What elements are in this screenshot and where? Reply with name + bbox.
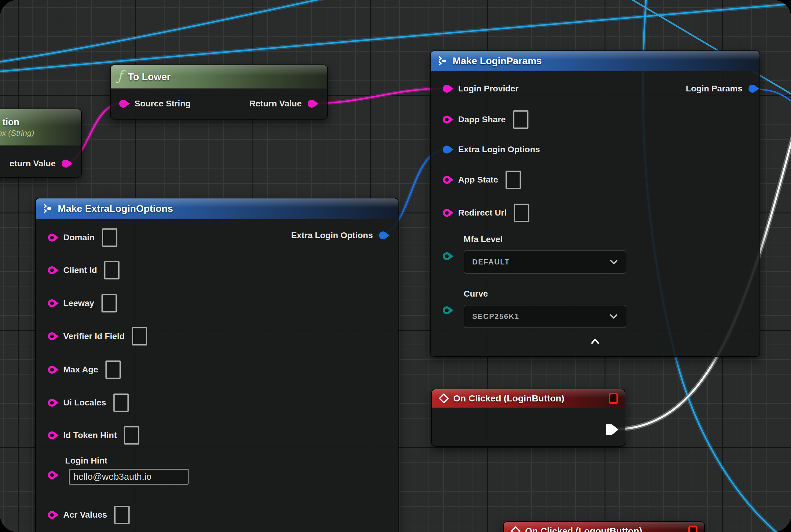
node-on-clicked-logout-button[interactable]: On Clicked (LogoutButton) — [503, 521, 705, 532]
dapp-share-label: Dapp Share — [458, 115, 506, 125]
acr-values-label: Acr Values — [63, 510, 107, 520]
return-value-label: Return Value — [249, 99, 302, 109]
extra-login-options-out-pin[interactable] — [379, 231, 387, 240]
ui-locales-value-box[interactable] — [113, 394, 129, 412]
app-state-label: App State — [458, 175, 498, 185]
dapp-share-pin[interactable] — [443, 116, 451, 124]
mfa-level-value: DEFAULT — [472, 258, 510, 266]
node-to-lower-header[interactable]: ƒ To Lower — [111, 65, 327, 89]
redirect-url-value-box[interactable] — [514, 204, 529, 222]
event-diamond-icon — [510, 526, 521, 532]
fragment-return-value-label: eturn Value — [9, 159, 56, 169]
redirect-url-label: Redirect Url — [458, 208, 507, 218]
node-on-clicked-logout-title: On Clicked (LogoutButton) — [525, 526, 642, 532]
id-token-hint-value-box[interactable] — [124, 426, 139, 444]
node-make-extra-title: Make ExtraLoginOptions — [58, 203, 173, 214]
curve-value: SECP256K1 — [472, 312, 519, 321]
node-fragment-subtitle: ox (String) — [0, 128, 34, 138]
node-make-login-params[interactable]: Make LoginParams Login Provider Dapp Sha… — [430, 51, 760, 357]
source-string-pin[interactable] — [119, 100, 127, 108]
acr-values-value-box[interactable] — [114, 506, 130, 524]
node-fragment-getter[interactable]: tion ox (String) eturn Value — [0, 109, 82, 178]
client-id-value-box[interactable] — [104, 261, 119, 280]
verifier-id-field-value-box[interactable] — [132, 327, 147, 345]
max-age-pin[interactable] — [48, 366, 56, 374]
delegate-square-icon[interactable] — [688, 526, 697, 532]
chevron-down-icon — [610, 314, 618, 319]
node-on-clicked-logout-header[interactable]: On Clicked (LogoutButton) — [504, 522, 704, 532]
exec-output-pin[interactable] — [605, 423, 619, 436]
source-string-label: Source String — [134, 99, 191, 109]
make-struct-icon — [42, 203, 52, 214]
node-make-login-params-title: Make LoginParams — [453, 55, 542, 66]
blueprint-graph-canvas[interactable]: tion ox (String) eturn Value ƒ To Lower … — [0, 0, 791, 532]
id-token-hint-pin[interactable] — [48, 432, 56, 439]
dapp-share-value-box[interactable] — [513, 110, 528, 129]
mfa-level-dropdown[interactable]: DEFAULT — [464, 250, 626, 274]
app-state-pin[interactable] — [443, 176, 451, 184]
node-to-lower[interactable]: ƒ To Lower Source String Return Value — [110, 64, 328, 119]
domain-label: Domain — [63, 233, 95, 243]
leeway-pin[interactable] — [48, 299, 56, 307]
extra-login-options-out-label: Extra Login Options — [291, 230, 373, 240]
make-struct-icon — [437, 56, 447, 66]
client-id-pin[interactable] — [48, 266, 56, 274]
node-make-extra-header[interactable]: Make ExtraLoginOptions — [36, 198, 398, 219]
function-icon: ƒ — [117, 69, 122, 82]
max-age-value-box[interactable] — [105, 360, 121, 379]
curve-dropdown[interactable]: SECP256K1 — [464, 305, 626, 328]
leeway-label: Leeway — [63, 299, 94, 308]
leeway-value-box[interactable] — [101, 294, 117, 312]
event-diamond-icon — [439, 393, 449, 404]
node-fragment-header[interactable]: tion ox (String) — [0, 109, 81, 146]
node-on-clicked-login-header[interactable]: On Clicked (LoginButton) — [432, 389, 625, 408]
login-hint-label: Login Hint — [65, 456, 107, 466]
node-on-clicked-login-button[interactable]: On Clicked (LoginButton) — [431, 388, 625, 447]
verifier-id-field-pin[interactable] — [48, 332, 56, 340]
login-hint-input[interactable] — [69, 469, 189, 484]
client-id-label: Client Id — [63, 265, 97, 275]
ui-locales-label: Ui Locales — [63, 398, 106, 407]
node-fragment-title: tion — [0, 117, 19, 127]
login-provider-label: Login Provider — [458, 84, 519, 94]
return-value-pin[interactable] — [308, 100, 316, 108]
login-provider-pin[interactable] — [443, 85, 451, 93]
verifier-id-field-label: Verifier Id Field — [63, 331, 125, 341]
domain-pin[interactable] — [48, 233, 56, 242]
curve-pin[interactable] — [443, 306, 451, 314]
node-make-login-params-header[interactable]: Make LoginParams — [431, 51, 759, 71]
mfa-level-label: Mfa Level — [464, 234, 503, 244]
curve-label: Curve — [464, 289, 488, 299]
login-hint-pin[interactable] — [48, 471, 56, 479]
collapse-node-icon[interactable] — [591, 338, 600, 346]
mfa-level-pin[interactable] — [443, 252, 451, 260]
node-on-clicked-login-title: On Clicked (LoginButton) — [453, 393, 564, 404]
app-state-value-box[interactable] — [505, 171, 521, 189]
delegate-square-icon[interactable] — [609, 393, 618, 404]
redirect-url-pin[interactable] — [443, 209, 451, 217]
login-params-out-pin[interactable] — [749, 85, 756, 93]
ui-locales-pin[interactable] — [48, 399, 56, 407]
extra-login-options-in-pin[interactable] — [443, 146, 451, 153]
id-token-hint-label: Id Token Hint — [63, 431, 117, 440]
chevron-down-icon — [610, 259, 618, 265]
node-make-extra-login-options[interactable]: Make ExtraLoginOptions Domain Client Id … — [35, 198, 399, 532]
acr-values-pin[interactable] — [48, 511, 56, 519]
node-to-lower-title: To Lower — [128, 71, 171, 82]
max-age-label: Max Age — [63, 365, 98, 375]
domain-value-box[interactable] — [102, 228, 117, 247]
extra-login-options-in-label: Extra Login Options — [458, 145, 540, 154]
fragment-return-value-pin[interactable] — [62, 159, 70, 168]
login-params-out-label: Login Params — [686, 84, 742, 94]
